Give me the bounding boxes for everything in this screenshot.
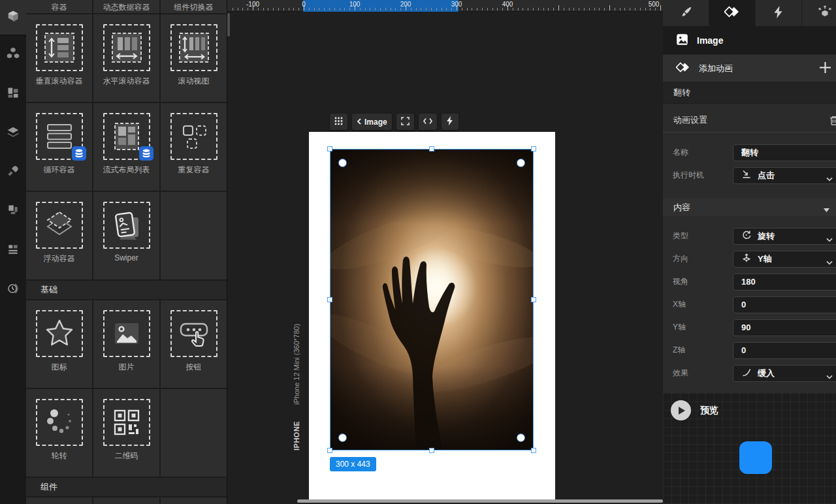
canvas-viewport[interactable]: -1000100200300400500 Image	[227, 0, 663, 504]
library-tile-repeat-container[interactable]: 重复容器	[161, 103, 227, 191]
widgets-icon	[7, 86, 20, 102]
rail-module-5[interactable]	[0, 192, 26, 231]
lightning-icon	[447, 116, 453, 127]
ruler-tick	[324, 8, 325, 10]
library-tile-swiper[interactable]: Swiper	[93, 192, 159, 279]
library-tile-partial-bottom[interactable]	[161, 497, 227, 504]
breadcrumb-back-button[interactable]: Image	[352, 114, 392, 130]
resize-handle-ne[interactable]	[531, 146, 536, 151]
field-text-input[interactable]: 90	[733, 319, 836, 336]
rail-module-6[interactable]	[0, 231, 26, 270]
library-tile-vertical-scroll[interactable]: 垂直滚动容器	[26, 14, 92, 102]
plus-icon[interactable]	[818, 61, 832, 76]
resize-handle-w[interactable]	[327, 297, 332, 302]
ruler-tick	[513, 8, 513, 10]
library-tile-loop-container[interactable]: 循环容器	[26, 103, 92, 191]
corner-radius-handle-nw[interactable]	[339, 159, 346, 166]
field-select[interactable]: 点击	[733, 167, 836, 184]
code-button[interactable]	[419, 114, 437, 130]
ruler-tick	[467, 8, 468, 10]
horizontal-scrollbar[interactable]	[297, 499, 663, 503]
rail-module-0[interactable]	[0, 0, 26, 35]
animation-list-item[interactable]: 翻转	[663, 82, 836, 104]
phone-canvas[interactable]: 300 x 443	[309, 132, 555, 501]
field-select[interactable]: 旋转	[733, 228, 836, 245]
ruler-tick	[518, 8, 519, 10]
resize-handle-s[interactable]	[429, 448, 434, 453]
ruler-tick	[522, 8, 523, 10]
field-text-input[interactable]: 180	[733, 274, 836, 291]
ruler-tick	[416, 8, 417, 10]
ruler-tick	[293, 8, 294, 10]
rail-module-7[interactable]	[0, 270, 26, 309]
field-select[interactable]: 缓入	[733, 365, 836, 382]
field-value: 旋转	[758, 230, 775, 242]
code-icon	[423, 118, 432, 127]
brush-icon	[679, 5, 693, 22]
ruler-tick	[278, 8, 279, 10]
resize-handle-se[interactable]	[531, 448, 536, 453]
ruler-tick	[609, 5, 610, 10]
library-tile-partial[interactable]: 动态数据容器	[93, 0, 159, 13]
field-row: 效果缓入	[663, 362, 836, 385]
rail-module-3[interactable]	[0, 114, 26, 153]
resize-handle-nw[interactable]	[327, 146, 332, 151]
library-tile-qrcode[interactable]: 二维码	[93, 389, 159, 477]
resize-handle-e[interactable]	[531, 297, 536, 302]
library-empty-cell	[161, 192, 227, 279]
corner-radius-handle-se[interactable]	[517, 434, 524, 441]
content-section-bar[interactable]: 内容	[663, 198, 836, 216]
rail-module-2[interactable]	[0, 74, 26, 114]
library-tile-partial-bottom[interactable]	[93, 497, 159, 504]
field-label: Y轴	[673, 322, 733, 333]
ruler-tick	[528, 8, 528, 10]
inspector-tab-brush[interactable]	[663, 0, 709, 26]
library-tile-picture[interactable]: 图片	[93, 300, 159, 388]
corner-radius-handle-sw[interactable]	[339, 434, 346, 441]
rail-module-4[interactable]	[0, 153, 26, 192]
ruler-tick	[573, 8, 574, 10]
fullscreen-button[interactable]	[396, 114, 414, 130]
corner-radius-handle-ne[interactable]	[517, 159, 524, 166]
apps-grid-button[interactable]	[330, 114, 347, 130]
library-tile-partial[interactable]: 组件切换器	[161, 0, 227, 13]
trash-icon[interactable]	[829, 115, 836, 128]
selected-image[interactable]	[330, 149, 534, 450]
vertical-scrollbar[interactable]	[227, 13, 230, 37]
library-tile-float-container[interactable]: 浮动容器	[26, 192, 92, 279]
resize-handle-sw[interactable]	[327, 448, 332, 453]
library-tile-star[interactable]: 图标	[26, 300, 92, 388]
ruler-tick	[349, 8, 350, 10]
inspector-tab-transform[interactable]	[802, 0, 836, 26]
field-text-input[interactable]: 翻转	[733, 144, 836, 161]
field-value: 缓入	[758, 368, 775, 379]
play-button[interactable]	[671, 400, 691, 420]
breadcrumb-label: Image	[364, 118, 387, 127]
field-select[interactable]: Y轴	[733, 251, 836, 268]
inspector-tab-lightning[interactable]	[756, 0, 802, 26]
field-text-input[interactable]: 0	[733, 296, 836, 313]
library-tile-carousel[interactable]: 轮转	[26, 389, 92, 477]
add-animation-label: 添加动画	[699, 63, 733, 74]
chevron-left-icon	[357, 118, 361, 127]
tile-label: 轮转	[52, 450, 67, 462]
library-tile-button[interactable]: 按钮	[161, 300, 227, 388]
inspector-tab-animation[interactable]	[709, 0, 756, 26]
add-animation-row[interactable]: 添加动画	[663, 54, 836, 82]
field-value: 180	[741, 277, 756, 287]
rail-module-1[interactable]	[0, 35, 26, 74]
tile-label: 浮动容器	[44, 253, 75, 264]
library-tile-partial[interactable]: 容器	[26, 0, 92, 13]
ruler-tick	[344, 8, 345, 10]
library-tile-scroll-view[interactable]: 滚动视图	[161, 14, 227, 102]
ruler-tick	[640, 8, 641, 10]
library-tile-partial-bottom[interactable]	[26, 497, 92, 504]
play-icon	[679, 407, 685, 415]
tile-label: 循环容器	[44, 165, 75, 176]
flash-button[interactable]	[442, 114, 458, 130]
library-tile-flow-layout-list[interactable]: 流式布局列表	[93, 103, 159, 191]
preview-animation-target[interactable]	[739, 441, 772, 474]
field-text-input[interactable]: 0	[733, 342, 836, 359]
library-tile-horizontal-scroll[interactable]: 水平滚动容器	[93, 14, 159, 102]
resize-handle-n[interactable]	[429, 146, 434, 151]
